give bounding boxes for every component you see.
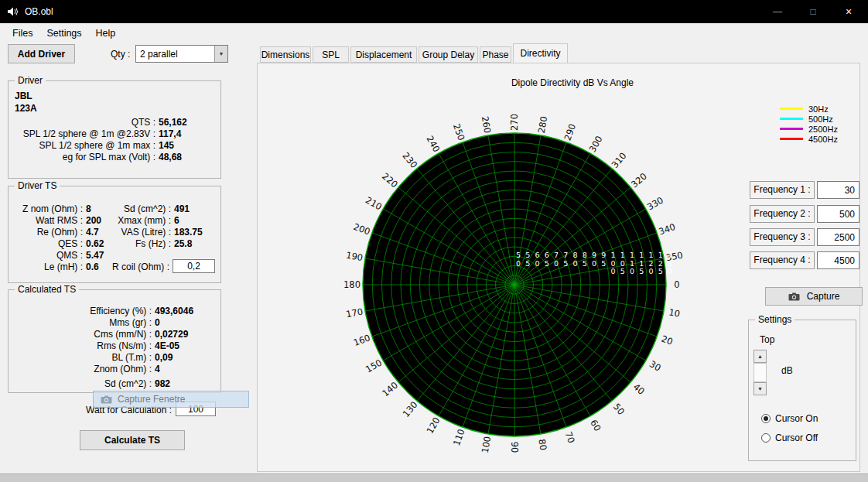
calc-znom-label: Znom (Ohm) : [12, 364, 155, 374]
frequency-1-input[interactable] [817, 181, 859, 199]
legend-color-30hz [780, 108, 803, 110]
rcoil-input[interactable] [173, 259, 215, 273]
calc-row-sd: Sd (cm^2) : 982 [12, 378, 170, 389]
calculated-ts-groupbox: Calculated TS Efficiency (%) : 493,6046 … [8, 289, 221, 393]
tab-displacement[interactable]: Displacement [350, 46, 417, 63]
svg-text:240: 240 [424, 134, 442, 154]
svg-text:280: 280 [536, 115, 550, 134]
arrow-up-icon: ▲ [757, 354, 763, 359]
efficiency-value: 493,6046 [155, 306, 193, 316]
legend-label-2500hz: 2500Hz [808, 125, 838, 134]
svg-text:340: 340 [658, 221, 677, 238]
svg-text:270: 270 [509, 115, 520, 131]
cms-label: Cms (mm/N) : [12, 329, 155, 340]
menu-files[interactable]: Files [5, 28, 39, 39]
svg-text:7: 7 [563, 251, 568, 259]
svg-text:3: 3 [668, 259, 672, 268]
qes-value: 0.62 [86, 238, 104, 249]
maximize-button[interactable]: □ [795, 0, 831, 23]
calc-sd-value: 982 [155, 378, 170, 389]
rcoil-label: R coil (Ohm) : [12, 262, 169, 272]
svg-text:1: 1 [668, 251, 672, 259]
znom-value: 8 [86, 203, 91, 214]
svg-text:170: 170 [345, 306, 364, 320]
radio-selected-icon [761, 414, 771, 423]
arrow-down-icon: ▼ [757, 386, 763, 391]
cursor-on-radio[interactable]: Cursor On [761, 413, 818, 424]
svg-text:120: 120 [424, 415, 442, 436]
watt-rms-value: 200 [86, 215, 101, 226]
ts-row-sd: Sd (cm^2) : 491 [114, 203, 190, 214]
svg-text:5: 5 [563, 259, 568, 268]
svg-text:250: 250 [451, 122, 467, 142]
sd-label: Sd (cm^2) : [114, 203, 174, 214]
tab-group-delay[interactable]: Group Delay [419, 46, 478, 63]
svg-text:290: 290 [562, 122, 578, 142]
ts-row-vas: VAS (Litre) : 183.75 [114, 227, 203, 238]
calculate-ts-button[interactable]: Calculate TS [80, 430, 185, 450]
cms-value: 0,02729 [155, 329, 188, 340]
ts-row-watt-rms: Watt RMS : 200 [12, 215, 101, 226]
spl-283v-label: SPL 1/2 sphere @ 1m @2.83V : [12, 128, 159, 139]
tab-spl[interactable]: SPL [313, 46, 349, 63]
top-spin-up-button[interactable]: ▲ [754, 350, 767, 363]
tab-dimensions[interactable]: Dimensions [260, 46, 311, 63]
frequency-4-label: Frequency 4 : [750, 251, 815, 269]
svg-text:160: 160 [352, 332, 371, 348]
rms-label: Rms (Ns/m) : [12, 340, 155, 351]
ts-row-re: Re (Ohm) : 4.7 [12, 227, 99, 238]
top-spin-down-button[interactable]: ▼ [754, 382, 767, 395]
xmax-label: Xmax (mm) : [114, 215, 174, 226]
close-button[interactable]: × [831, 0, 866, 23]
svg-text:1: 1 [620, 251, 625, 259]
driver-ts-groupbox-title: Driver TS [15, 180, 60, 191]
capture-button-label: Capture [807, 291, 840, 302]
minimize-button[interactable]: — [760, 0, 795, 23]
menu-bar: Files Settings Help [0, 23, 868, 43]
legend-item-4500hz: 4500Hz [780, 134, 838, 144]
add-driver-button[interactable]: Add Driver [8, 44, 75, 63]
driver-groupbox-title: Driver [15, 75, 46, 86]
qty-label: Qty : [111, 49, 130, 60]
svg-text:70: 70 [563, 430, 577, 445]
frequency-4-input[interactable] [817, 251, 859, 269]
svg-text:50: 50 [611, 402, 627, 417]
chevron-down-icon[interactable]: ▼ [214, 46, 227, 62]
tab-phase[interactable]: Phase [480, 46, 511, 63]
ts-row-qes: QES : 0.62 [12, 238, 104, 249]
window-bottom-edge [0, 473, 868, 482]
calc-row-mms: Mms (gr) : 0 [12, 317, 160, 328]
menu-help[interactable]: Help [89, 28, 123, 39]
calc-row-znom: Znom (Ohm) : 4 [12, 364, 160, 374]
mms-value: 0 [155, 317, 160, 328]
top-spin-value-field[interactable] [754, 363, 767, 382]
bl-value: 0,09 [155, 352, 173, 363]
svg-text:60: 60 [588, 418, 603, 433]
capture-window-button[interactable]: Capture Fenetre [93, 391, 249, 408]
frequency-2-input[interactable] [817, 205, 859, 223]
settings-groupbox: Settings Top ▲ ▼ dB Cursor On Cursor Off [748, 320, 856, 461]
bl-label: BL (T.m) : [12, 352, 155, 363]
svg-text:5: 5 [525, 259, 530, 268]
svg-text:1: 1 [658, 251, 663, 259]
directivity-polar-chart[interactable]: 0102030405060708090100110120130140150160… [344, 115, 685, 455]
re-label: Re (Ohm) : [12, 227, 86, 238]
qms-value: 5.47 [86, 250, 104, 261]
svg-text:0: 0 [620, 259, 625, 268]
svg-text:7: 7 [554, 251, 559, 259]
watt-rms-label: Watt RMS : [12, 215, 86, 226]
frequency-3-input[interactable] [817, 228, 859, 246]
mms-label: Mms (gr) : [12, 317, 155, 328]
capture-button[interactable]: Capture [765, 287, 863, 306]
qty-select[interactable]: 2 parallel ▼ [135, 45, 228, 63]
ts-row-znom: Z nom (Ohm) : 8 [12, 203, 91, 214]
svg-text:9: 9 [592, 251, 596, 259]
svg-text:0: 0 [610, 267, 615, 275]
tab-directivity[interactable]: Directivity [513, 43, 568, 63]
cursor-off-radio[interactable]: Cursor Off [761, 432, 818, 443]
qts-value: 56,162 [159, 117, 187, 128]
qms-label: QMS : [12, 250, 86, 261]
cursor-on-label: Cursor On [775, 413, 818, 424]
driver-row-spl-283v: SPL 1/2 sphere @ 1m @2.83V : 117,4 [12, 128, 181, 139]
menu-settings[interactable]: Settings [39, 28, 88, 39]
